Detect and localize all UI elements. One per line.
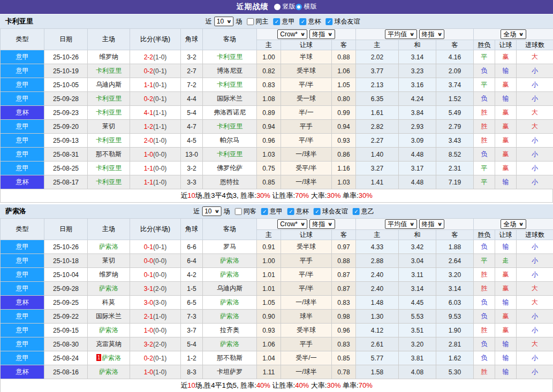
checkmark-icon: ✓ [327, 19, 331, 25]
summary-stat-value: 30% [256, 191, 270, 199]
cell-avg-home: 2.27 [356, 134, 399, 148]
home-team-name: 卡利亚里 [96, 136, 122, 144]
summary-stat-value: 30% [359, 191, 373, 199]
title-bar: 近期战绩 竖版横版 [0, 0, 553, 14]
halftime-score: (0-1) [153, 81, 166, 89]
cell-avg-draw: 3.04 [399, 254, 436, 268]
filter-checkbox[interactable]: ✓ [325, 18, 332, 25]
final-odds-select[interactable]: 终指∨ [309, 29, 335, 39]
filter-checkbox[interactable]: ✓ [353, 208, 360, 215]
home-team-name: 维罗纳 [99, 53, 118, 60]
filter-checkbox[interactable] [247, 18, 254, 25]
final-odds-select-2[interactable]: 终指∨ [419, 29, 444, 39]
cell-date: 25-09-20 [44, 120, 88, 134]
header-group-row: 类型日期主场比分(半场)角球客场Crow*∨终指∨平均值∨终指∨全场∨ [1, 29, 553, 40]
col-crow-away: 客 [332, 230, 356, 240]
match-count-select[interactable]: 10∨ [214, 17, 234, 26]
summary-text: 让胜率: [270, 381, 295, 389]
away-team-name: 卡利亚里 [217, 53, 243, 60]
chevron-down-icon: ∨ [519, 32, 524, 37]
filter-label: 意杯 [296, 207, 309, 216]
cell-handicap-away-odds: 1.03 [332, 175, 356, 189]
cell-handicap-home-odds: 0.85 [257, 175, 281, 189]
filter-checkbox[interactable]: ✓ [299, 18, 306, 25]
col-home: 主场 [88, 29, 130, 50]
odds-source-select[interactable]: Crow*∨ [277, 219, 307, 229]
final-odds-select[interactable]: 终指∨ [309, 219, 335, 229]
cell-goals-result: 小 [517, 64, 553, 78]
cell-date: 25-09-28 [44, 92, 88, 106]
fulltime-score: 3-0 [144, 299, 153, 306]
cell-handicap-home-odds: 0.75 [257, 162, 281, 175]
cell-away-team: 萨索洛 [203, 337, 257, 351]
match-count-select[interactable]: 10∨ [202, 206, 222, 216]
filter-checkbox[interactable]: ✓ [261, 208, 268, 215]
col-result: 胜负 [474, 230, 495, 240]
cell-goals-result: 小 [517, 78, 553, 92]
cell-handicap: 受半球 [281, 324, 332, 337]
scope-select[interactable]: 全场∨ [501, 219, 526, 229]
team-header-bar: 卡利亚里 近10∨场同主✓意甲✓意杯✓球会友谊 [0, 14, 553, 28]
summary-text: 场,胜4平1负5, 胜率: [195, 381, 256, 389]
home-team-name: 卡利亚里 [96, 67, 122, 74]
cell-home-team: 卡利亚里 [88, 175, 130, 189]
odds-source-select[interactable]: Crow*∨ [277, 29, 307, 39]
cell-handicap-result: 输 [495, 240, 517, 254]
cell-avg-home: 1.30 [356, 310, 399, 324]
col-handicap-result: 让球 [495, 40, 517, 50]
cell-avg-home: 6.35 [356, 92, 399, 106]
cell-avg-draw: 3.81 [399, 351, 436, 365]
league-badge: 意甲 [1, 134, 44, 148]
league-badge: 意甲 [1, 50, 44, 64]
cell-away-team: 拉齐奥 [203, 324, 257, 337]
cell-away-team: 萨索洛 [203, 254, 257, 268]
col-goals: 进球数 [517, 40, 553, 50]
cell-score: 3-2(2-0) [130, 337, 181, 351]
cell-score: 3-1(2-0) [130, 282, 181, 296]
cell-result: 负 [474, 92, 495, 106]
cell-home-team: 萨索洛 [88, 324, 130, 337]
cell-avg-away: 1.52 [436, 92, 474, 106]
cell-score: 1-1(0-1) [130, 78, 181, 92]
away-team-name: 博洛尼亚 [217, 67, 243, 74]
cell-avg-draw: 3.14 [399, 282, 436, 296]
cell-score: 0-1(0-0) [130, 268, 181, 282]
col-crow-away: 客 [332, 40, 356, 50]
filter-checkbox[interactable]: ✓ [273, 18, 280, 25]
scope-select[interactable]: 全场∨ [501, 29, 526, 39]
cell-avg-away: 3.74 [436, 78, 474, 92]
cell-avg-home: 1.40 [356, 148, 399, 162]
match-count-select-value: 10 [217, 18, 224, 25]
average-select[interactable]: 平均值∨ [385, 219, 416, 229]
away-team-name: 罗马 [223, 243, 236, 250]
match-row: 意甲25-09-15萨索洛1-0(0-0)3-7拉齐奥0.93受半球0.964.… [1, 324, 553, 337]
cell-handicap-home-odds: 1.01 [257, 268, 281, 282]
final-odds-select-2[interactable]: 终指∨ [419, 219, 444, 229]
cell-away-team: 恩特拉 [203, 175, 257, 189]
team-name: 萨索洛 [5, 206, 26, 216]
cell-date: 25-09-28 [44, 282, 88, 296]
average-select[interactable]: 平均值∨ [385, 29, 416, 39]
cell-handicap-result: 输 [495, 296, 517, 310]
cell-goals-result: 小 [517, 365, 553, 379]
layout-radio-vertical[interactable]: 竖版 [274, 2, 296, 11]
fulltime-score: 0-2 [144, 95, 153, 103]
filter-checkbox[interactable]: ✓ [314, 208, 321, 215]
filter-label: 意杯 [308, 17, 321, 26]
cell-date: 25-10-26 [44, 240, 88, 254]
cell-result: 胜 [474, 324, 495, 337]
league-badge: 意甲 [1, 351, 44, 365]
away-team-name: 卡坦萨罗 [217, 368, 243, 375]
cell-handicap-result: 赢 [495, 148, 517, 162]
filter-checkbox[interactable] [235, 208, 242, 215]
cell-result: 平 [474, 175, 495, 189]
fulltime-score: 0-2 [144, 355, 153, 362]
cell-corner: 3-2 [181, 50, 203, 64]
cell-home-team: 维罗纳 [88, 50, 130, 64]
cell-home-team: 那不勒斯 [88, 148, 130, 162]
col-avg-away: 客 [436, 40, 474, 50]
cell-score: 0-2(0-1) [130, 64, 181, 78]
filter-checkbox[interactable]: ✓ [287, 208, 294, 215]
fulltime-score: 1-1 [144, 179, 153, 186]
layout-radio-horizontal[interactable]: 横版 [296, 2, 317, 11]
